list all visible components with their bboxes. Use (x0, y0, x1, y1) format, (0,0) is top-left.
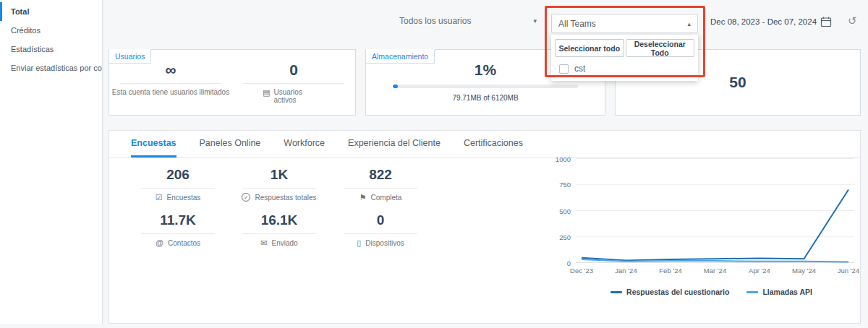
storage-usage-label: 79.71MB of 6120MB (452, 94, 518, 102)
legend-item: Respuestas del cuestionario (610, 288, 729, 296)
stat-respuestas-totales: 1K ✓Respuestas totales (229, 167, 330, 202)
active-users-label: Usuarios activos (273, 88, 325, 104)
divider (120, 83, 221, 84)
card-usuarios-title: Usuarios (109, 49, 151, 64)
stat-value: 822 (369, 167, 392, 183)
stat-label: Respuestas totales (255, 194, 316, 202)
stat-label: Encuestas (167, 194, 201, 202)
divider (242, 188, 316, 189)
active-users-value: 0 (289, 61, 298, 78)
tab-encuestas[interactable]: Encuestas (131, 131, 176, 157)
contact-card-icon: ▤ (263, 88, 270, 98)
divider (141, 188, 215, 189)
stat-encuestas: 206 ☑Encuestas (127, 167, 229, 202)
card-usuarios: Usuarios ∞ Esta cuenta tiene usuarios il… (109, 49, 356, 116)
teams-dropdown[interactable]: All Teams ▴ (551, 14, 698, 33)
dashboard-screen: Total Créditos Estadísticas Enviar estad… (0, 0, 868, 328)
stat-dispositivos: 0 ▯Dispositivos (330, 212, 431, 248)
users-dropdown-value: Todos los usuarios (399, 16, 471, 26)
storage-progress-fill (393, 85, 398, 88)
stats-grid: 206 ☑Encuestas 1K ✓Respuestas totales 82… (127, 167, 431, 248)
select-all-button[interactable]: Seleccionar todo (555, 39, 624, 57)
teams-dropdown-value: All Teams (558, 19, 596, 29)
line-chart: 02505007501000 Dec '23Jan '24Feb '24Mar … (554, 158, 854, 296)
stat-contactos: 11.7K @Contactos (127, 212, 229, 248)
mail-icon: ✉ (260, 238, 267, 248)
refresh-icon[interactable]: ↺ (848, 14, 857, 27)
flag-icon: ⚑ (359, 193, 367, 202)
chevron-up-icon: ▴ (687, 20, 691, 27)
stat-label: Contactos (168, 239, 200, 247)
main-panel: Encuestas Paneles Online Workforce Exper… (109, 130, 861, 324)
card-almacenamiento-title: Almacenamiento (365, 49, 435, 64)
unlimited-users-value: ∞ (166, 61, 176, 78)
date-range-value: Dec 08, 2023 - Dec 07, 2024 (710, 17, 817, 26)
divider (344, 233, 417, 234)
x-axis-labels: Dec '23Jan '24Feb '24Mar '24Apr '24May '… (576, 263, 854, 275)
tab-certificaciones[interactable]: Certificaciones (464, 131, 523, 157)
device-icon: ▯ (357, 238, 361, 248)
teams-dropdown-menu: Seleccionar todo Deseleccionar Todo cst (551, 35, 698, 81)
deselect-all-button[interactable]: Deseleccionar Todo (626, 39, 695, 57)
stat-value: 206 (166, 167, 190, 183)
divider (141, 233, 215, 234)
stat-value: 16.1K (261, 212, 298, 228)
tab-paneles-online[interactable]: Paneles Online (200, 131, 261, 157)
survey-checkbox-icon: ☑ (156, 193, 163, 202)
chevron-down-icon: ▾ (533, 17, 537, 25)
at-icon: @ (156, 238, 163, 247)
stat-value: 11.7K (160, 212, 196, 228)
storage-progressbar (393, 85, 578, 88)
team-option-row[interactable]: cst (555, 57, 694, 81)
chart-plot-area (576, 158, 854, 263)
team-option-label: cst (574, 64, 585, 74)
y-axis-labels: 02505007501000 (554, 158, 576, 263)
stat-value: 0 (377, 212, 385, 228)
sidebar-item-total[interactable]: Total (0, 2, 102, 21)
stat-label: Dispositivos (365, 239, 404, 247)
divider (243, 83, 344, 84)
divider (344, 188, 417, 189)
sidebar-item-creditos[interactable]: Créditos (0, 21, 102, 40)
calendar-icon[interactable] (820, 16, 832, 27)
check-circle-icon: ✓ (242, 193, 250, 202)
chart-legend: Respuestas del cuestionarioLlamadas API (569, 288, 854, 296)
stat-completa: 822 ⚑Completa (330, 167, 431, 202)
users-dropdown[interactable]: Todos los usuarios ▾ (399, 16, 537, 26)
tab-experiencia-del-cliente[interactable]: Experiencia del Cliente (348, 131, 441, 157)
tab-workforce[interactable]: Workforce (284, 131, 325, 157)
date-range-picker[interactable]: Dec 08, 2023 - Dec 07, 2024 (710, 16, 832, 27)
stat-enviado: 16.1K ✉Enviado (229, 212, 330, 248)
stat-label: Completa (371, 194, 402, 202)
sidebar: Total Créditos Estadísticas Enviar estad… (0, 0, 103, 324)
divider (242, 233, 316, 234)
unlimited-users-label: Esta cuenta tiene usuarios ilimitados (112, 88, 229, 96)
storage-percent: 1% (475, 61, 496, 78)
legend-item: Llamadas API (746, 288, 812, 296)
stat-value: 1K (271, 167, 288, 183)
sidebar-item-enviar-estadisticas[interactable]: Enviar estadísticas por correo (0, 59, 102, 77)
stat-label: Enviado (272, 239, 298, 247)
team-checkbox[interactable] (559, 64, 569, 74)
sidebar-item-estadisticas[interactable]: Estadísticas (0, 40, 102, 59)
tabs-bar: Encuestas Paneles Online Workforce Exper… (109, 131, 860, 158)
third-card-value: 50 (729, 74, 746, 90)
